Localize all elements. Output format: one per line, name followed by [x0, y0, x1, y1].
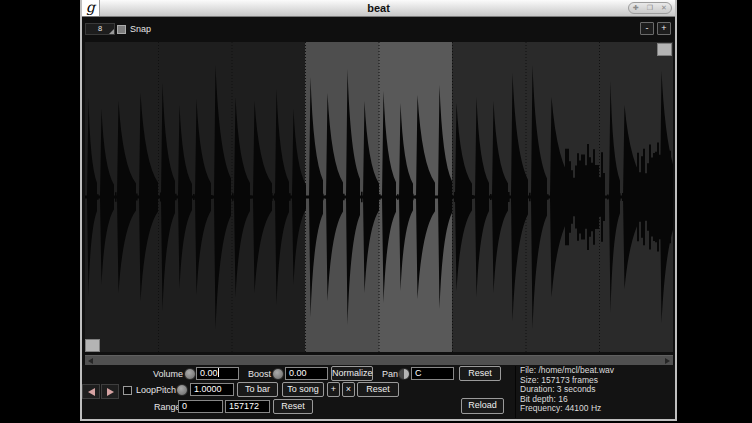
restore-icon[interactable]: ❐ — [647, 3, 653, 13]
zoom-in-button[interactable]: + — [657, 22, 671, 35]
snap-label: Snap — [130, 23, 151, 35]
play-backward-button[interactable] — [82, 384, 100, 399]
pitch-half-button[interactable]: × — [342, 382, 355, 397]
sample-editor-window: g beat ✚ ❐ ✕ 8 Snap - + — [80, 0, 677, 421]
pitch-double-button[interactable]: + — [327, 382, 340, 397]
close-icon[interactable]: ✕ — [661, 3, 667, 13]
minimize-icon[interactable]: ✚ — [633, 3, 639, 13]
volume-knob[interactable] — [184, 368, 196, 380]
reload-button[interactable]: Reload — [461, 398, 504, 414]
pitch-to-song-button[interactable]: To song — [282, 382, 324, 397]
toolbar — [82, 17, 675, 42]
normalize-button[interactable]: Normalize — [331, 366, 373, 381]
range-label: Range — [154, 401, 181, 413]
loop-checkbox[interactable] — [123, 386, 132, 395]
waveform-display[interactable] — [85, 42, 673, 352]
titlebar[interactable]: g beat ✚ ❐ ✕ — [82, 0, 675, 17]
range-to-input[interactable]: 157172 — [225, 400, 270, 413]
pan-knob[interactable] — [398, 368, 410, 380]
corner-grip-bottom-left — [85, 339, 100, 352]
play-forward-button[interactable] — [101, 384, 119, 399]
pan-reset-button[interactable]: Reset — [459, 366, 501, 381]
right-triangle-icon — [107, 388, 114, 396]
range-from-input[interactable]: 0 — [178, 400, 223, 413]
loop-label: Loop — [136, 384, 156, 396]
corner-grip-top-right — [657, 43, 672, 56]
snap-checkbox[interactable] — [117, 25, 126, 34]
pitch-label: Pitch — [156, 384, 176, 396]
pitch-input[interactable]: 1.0000 — [190, 383, 234, 396]
boost-input[interactable]: 0.00 — [285, 367, 328, 380]
waveform — [85, 42, 673, 352]
boost-knob[interactable] — [272, 368, 284, 380]
text-caret — [218, 368, 219, 377]
boost-label: Boost — [248, 368, 271, 380]
scroll-right-icon[interactable] — [665, 358, 670, 364]
zoom-out-button[interactable]: - — [640, 22, 654, 35]
horizontal-scrollbar[interactable] — [85, 355, 673, 365]
grid-size-dropdown[interactable]: 8 — [85, 23, 115, 35]
screen: g beat ✚ ❐ ✕ 8 Snap - + — [0, 0, 752, 423]
file-info-panel: File: /home/mcl/beat.wav Size: 157173 fr… — [515, 366, 673, 418]
pan-label: Pan — [382, 368, 398, 380]
pitch-reset-button[interactable]: Reset — [357, 382, 399, 397]
scroll-left-icon[interactable] — [88, 358, 93, 364]
window-controls: ✚ ❐ ✕ — [628, 2, 672, 14]
volume-label: Volume — [153, 368, 183, 380]
pan-input[interactable]: C — [411, 367, 454, 380]
volume-input[interactable]: 0.00 — [196, 367, 239, 380]
range-reset-button[interactable]: Reset — [273, 399, 313, 414]
file-info-frequency: Frequency: 44100 Hz — [520, 404, 673, 414]
pitch-to-bar-button[interactable]: To bar — [237, 382, 278, 397]
window-title: beat — [82, 0, 675, 17]
left-triangle-icon — [88, 388, 95, 396]
pitch-knob[interactable] — [176, 384, 188, 396]
